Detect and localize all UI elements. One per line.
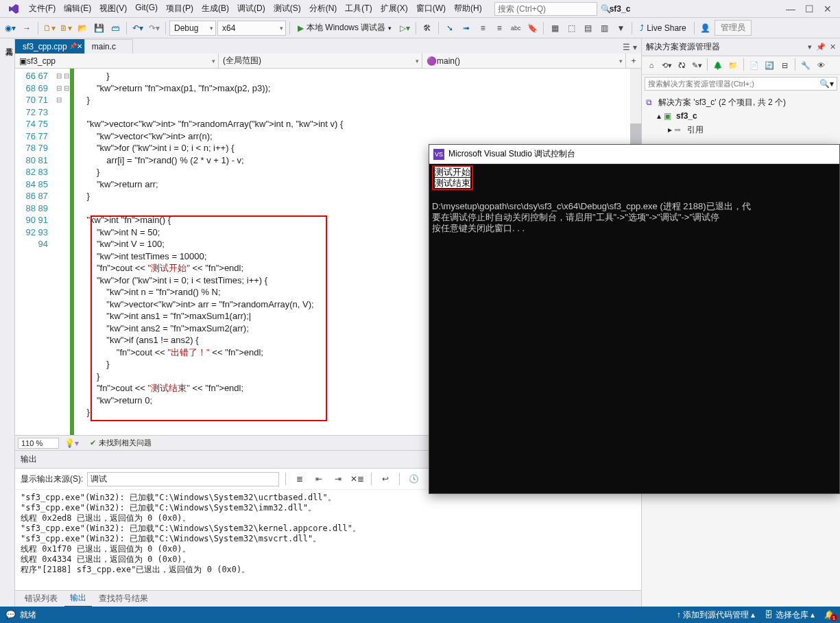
add-file-button[interactable]: 🗎▾	[58, 21, 73, 36]
solution-search[interactable]: 🔍▾	[645, 77, 837, 91]
sol-pin-icon[interactable]: 📌	[816, 43, 826, 51]
vcs-button[interactable]: ↑ 添加到源代码管理 ▴	[677, 609, 756, 621]
menu-item[interactable]: 工具(T)	[341, 0, 376, 17]
sol-collapse-icon[interactable]: ⊟	[778, 58, 791, 72]
nav-fwd-button[interactable]: →	[19, 21, 34, 36]
tab-dropdown-icon[interactable]: ▾	[633, 43, 637, 52]
toolbar-icon-6[interactable]: ▼	[613, 21, 628, 36]
step-into-icon[interactable]: ➘	[442, 21, 457, 36]
maximize-button[interactable]: ☐	[805, 3, 814, 14]
bookmark-icon[interactable]: 🔖	[525, 21, 540, 36]
sol-close-icon[interactable]: ✕	[830, 43, 836, 51]
debug-console-window[interactable]: VS Microsoft Visual Studio 调试控制台 测试开始 测试…	[429, 144, 840, 494]
toolbar-icon-2[interactable]: ▦	[547, 21, 562, 36]
bottom-tab[interactable]: 错误列表	[19, 591, 63, 607]
sol-show-all-icon[interactable]: 📄	[747, 58, 761, 72]
save-button[interactable]: 💾	[91, 21, 106, 36]
menu-item[interactable]: 文件(F)	[25, 0, 60, 17]
run-debug-button[interactable]: ▶本地 Windows 调试器▾	[293, 21, 396, 36]
console-body[interactable]: 测试开始 测试结束 D:\mysetup\gopath\src\dsy\sf3_…	[429, 164, 839, 493]
output-prev-icon[interactable]: ⇤	[311, 471, 326, 486]
menu-item[interactable]: Git(G)	[131, 0, 162, 17]
menu-item[interactable]: 编辑(E)	[60, 0, 95, 17]
run-no-debug-button[interactable]: ▷▾	[397, 21, 412, 36]
solution-search-input[interactable]	[648, 80, 819, 88]
open-button[interactable]: 📂	[75, 21, 90, 36]
project-node[interactable]: ▴▣sf3_c	[646, 109, 836, 123]
output-clock-icon[interactable]: 🕓	[406, 471, 421, 486]
tab-sf3-cpp[interactable]: sf3_cpp.cpp📌✕	[15, 39, 84, 54]
undo-button[interactable]: ↶▾	[130, 21, 145, 36]
menu-item[interactable]: 测试(S)	[269, 0, 305, 17]
menu-item[interactable]: 生成(B)	[197, 0, 233, 17]
close-tab-icon[interactable]: ✕	[77, 43, 82, 50]
issues-indicator[interactable]: ✔未找到相关问题	[84, 437, 157, 449]
sol-view-icon[interactable]: 👁	[814, 58, 828, 72]
repo-button[interactable]: 🗄 选择仓库 ▴	[765, 609, 815, 621]
output-next-icon[interactable]: ⇥	[331, 471, 346, 486]
search-input[interactable]	[498, 4, 601, 14]
new-project-button[interactable]: 🗋▾	[42, 21, 57, 36]
sol-folder-icon[interactable]: 📁	[726, 58, 740, 72]
admin-badge: 管理员	[715, 20, 752, 36]
output-wrap-icon[interactable]: ↩	[378, 471, 393, 486]
redo-button[interactable]: ↷▾	[147, 21, 162, 36]
toolbar-icon-4[interactable]: ▤	[580, 21, 595, 36]
platform-combo[interactable]: x64	[217, 21, 286, 36]
sol-back-icon[interactable]: ⟲▾	[660, 58, 673, 72]
step-over-icon[interactable]: ➟	[459, 21, 474, 36]
left-tool-strip[interactable]: 工具箱	[0, 38, 15, 607]
minimize-button[interactable]: —	[786, 3, 795, 14]
bulb-icon[interactable]: 💡▾	[64, 438, 79, 448]
nav-add-button[interactable]: ＋	[626, 54, 641, 68]
output-goto-icon[interactable]: ≣	[292, 471, 307, 486]
menu-item[interactable]: 扩展(X)	[376, 0, 412, 17]
sol-dropdown-icon[interactable]: ▾	[808, 43, 812, 51]
menu-item[interactable]: 帮助(H)	[450, 0, 486, 17]
tab-main-c[interactable]: main.c	[84, 39, 133, 54]
output-clear-icon[interactable]: ✕≣	[350, 471, 365, 486]
output-source-combo[interactable]: 调试	[87, 472, 279, 486]
window-dropdown-icon[interactable]: ☰	[623, 43, 630, 52]
references-node[interactable]: ▸▫▫引用	[646, 123, 836, 137]
pin-icon[interactable]: 📌	[69, 43, 77, 49]
member-combo[interactable]: 🟣 main()	[422, 54, 626, 68]
abc-icon[interactable]: abc	[508, 21, 523, 36]
menu-item[interactable]: 视图(V)	[95, 0, 131, 17]
zoom-combo[interactable]: 110 %	[18, 438, 59, 449]
solution-tree[interactable]: ⧉解决方案 'sf3_c' (2 个项目, 共 2 个) ▴▣sf3_c ▸▫▫…	[642, 93, 840, 139]
config-combo[interactable]: Debug	[169, 21, 216, 36]
comment-icon[interactable]: ≡	[475, 21, 490, 36]
menu-item[interactable]: 项目(P)	[162, 0, 197, 17]
console-titlebar[interactable]: VS Microsoft Visual Studio 调试控制台	[429, 145, 839, 164]
bottom-tab[interactable]: 输出	[64, 590, 92, 607]
document-tabs: sf3_cpp.cpp📌✕ main.c ☰ ▾	[15, 38, 641, 54]
uncomment-icon[interactable]: ≡	[492, 21, 507, 36]
search-box[interactable]: 🔍	[494, 2, 597, 16]
sol-sync-icon[interactable]: 🗘	[675, 58, 688, 72]
sol-home-icon[interactable]: ⌂	[645, 58, 658, 72]
solution-root[interactable]: ⧉解决方案 'sf3_c' (2 个项目, 共 2 个)	[646, 95, 836, 109]
sol-refresh-icon[interactable]: 🔄	[763, 58, 776, 72]
console-icon: VS	[433, 149, 444, 160]
notifications-button[interactable]: 🔔1	[824, 610, 835, 620]
feedback-icon[interactable]: 👤	[698, 21, 713, 36]
menu-item[interactable]: 调试(D)	[233, 0, 269, 17]
output-text[interactable]: "sf3_cpp.exe"(Win32): 已加载"C:\Windows\Sys…	[15, 490, 641, 590]
sol-brush-icon[interactable]: ✎▾	[690, 58, 704, 72]
type-combo[interactable]: (全局范围)	[219, 54, 422, 68]
bottom-tab[interactable]: 查找符号结果	[93, 591, 154, 607]
sol-tree-icon[interactable]: 🌲	[711, 58, 725, 72]
toolbar-icon-3[interactable]: ⬚	[564, 21, 579, 36]
scope-combo[interactable]: ▣ sf3_cpp	[15, 54, 219, 68]
live-share-button[interactable]: ⤴Live Share	[636, 23, 690, 33]
toolbar-icon-1[interactable]: 🛠	[420, 21, 435, 36]
nav-back-button[interactable]: ◉▾	[3, 21, 18, 36]
menu-item[interactable]: 分析(N)	[305, 0, 341, 17]
save-all-button[interactable]: 🗃	[108, 21, 123, 36]
status-bar: 💬 就绪 ↑ 添加到源代码管理 ▴ 🗄 选择仓库 ▴ 🔔1	[0, 607, 840, 623]
sol-properties-icon[interactable]: 🔧	[799, 58, 813, 72]
menu-item[interactable]: 窗口(W)	[412, 0, 450, 17]
toolbar-icon-5[interactable]: ▥	[597, 21, 612, 36]
close-button[interactable]: ✕	[824, 3, 832, 14]
